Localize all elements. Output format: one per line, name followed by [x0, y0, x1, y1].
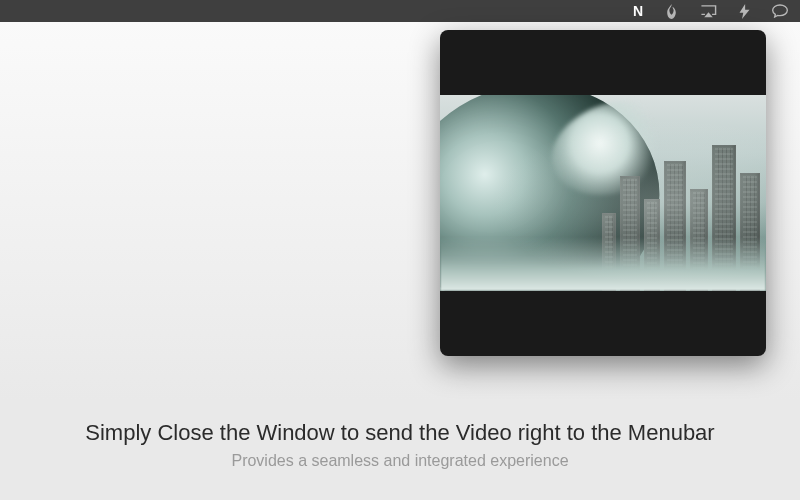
feature-slide: N Simply Close the Window to send the — [0, 0, 800, 500]
captions: Simply Close the Window to send the Vide… — [0, 420, 800, 470]
menubar-popover[interactable] — [440, 30, 766, 356]
video-thumbnail[interactable] — [440, 95, 766, 291]
airplay-icon[interactable] — [700, 5, 717, 18]
chat-icon[interactable] — [772, 4, 788, 18]
subhead: Provides a seamless and integrated exper… — [0, 452, 800, 470]
headline: Simply Close the Window to send the Vide… — [0, 420, 800, 446]
flame-icon[interactable] — [665, 4, 678, 19]
menubar: N — [0, 0, 800, 22]
n-app-icon[interactable]: N — [633, 4, 643, 18]
bolt-icon[interactable] — [739, 4, 750, 19]
